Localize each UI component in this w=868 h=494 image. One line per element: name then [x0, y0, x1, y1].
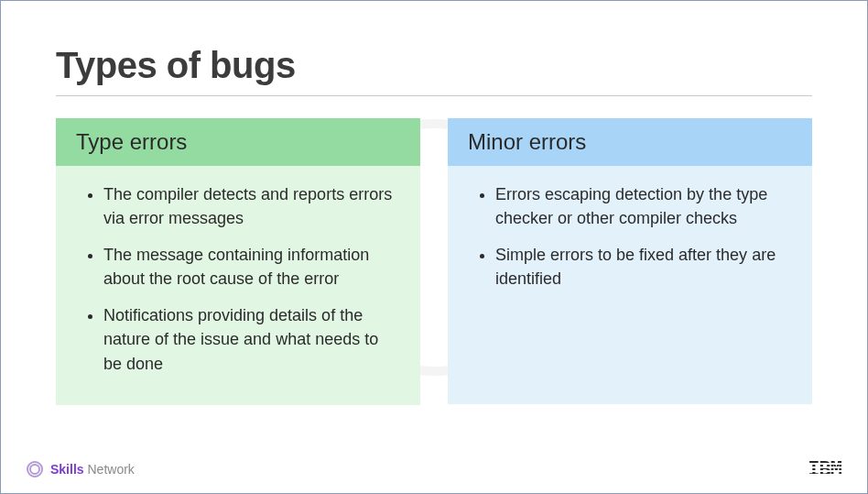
card-type-errors: Type errors The compiler detects and rep… [56, 118, 420, 405]
skills-network-brand: Skills Network [27, 461, 135, 478]
slide: Types of bugs Type errors The compiler d… [1, 1, 867, 405]
bullet-list: The compiler detects and reports errors … [87, 182, 396, 376]
bullet-list: Errors escaping detection by the type ch… [479, 182, 788, 291]
footer: Skills Network IBM [1, 457, 867, 480]
card-body: Errors escaping detection by the type ch… [448, 166, 812, 404]
list-item: Simple errors to be fixed after they are… [495, 243, 788, 291]
list-item: The compiler detects and reports errors … [103, 182, 396, 230]
slide-title: Types of bugs [56, 45, 812, 96]
brand-bold: Skills [50, 462, 84, 477]
columns-container: Type errors The compiler detects and rep… [56, 118, 812, 405]
card-heading: Type errors [56, 118, 420, 166]
card-heading: Minor errors [448, 118, 812, 166]
card-minor-errors: Minor errors Errors escaping detection b… [448, 118, 812, 405]
list-item: The message containing information about… [103, 243, 396, 291]
brand-text: Skills Network [50, 462, 135, 477]
brand-light: Network [87, 462, 134, 477]
list-item: Notifications providing details of the n… [103, 303, 396, 375]
card-body: The compiler detects and reports errors … [56, 166, 420, 405]
list-item: Errors escaping detection by the type ch… [495, 182, 788, 230]
skills-network-icon [27, 461, 43, 478]
ibm-logo: IBM [808, 457, 841, 480]
